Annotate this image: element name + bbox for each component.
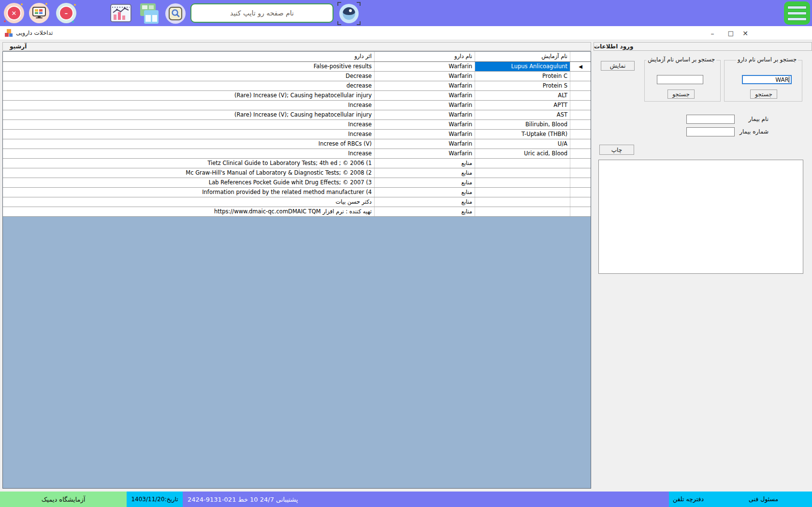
drug-name-cell[interactable]: منابع	[374, 197, 475, 207]
test-name-cell[interactable]: U/A	[475, 139, 570, 149]
table-row[interactable]: ASTWarfarin(Rare) Increase (V); Causing …	[3, 110, 591, 120]
row-header-cell[interactable]	[570, 188, 591, 197]
table-row[interactable]: ◀Lupus AnlicoaguluntWarfarinFalse-positi…	[3, 62, 591, 72]
drug-name-cell[interactable]: Warfarin	[374, 72, 475, 81]
drug-effect-cell[interactable]: Mc Graw-Hill's Manual of Laboratory & Di…	[3, 168, 374, 178]
drug-name-cell[interactable]: Warfarin	[374, 130, 475, 139]
hamburger-menu-button[interactable]	[784, 1, 810, 25]
results-box[interactable]	[598, 160, 803, 274]
drug-name-cell[interactable]: Warfarin	[374, 101, 475, 110]
table-row[interactable]: منابعTietz Clinical Guide to Laboratory …	[3, 159, 591, 168]
minimize-button[interactable]: –	[705, 26, 720, 40]
row-header-cell[interactable]	[570, 120, 591, 129]
drug-name-cell[interactable]: منابع	[374, 207, 475, 216]
row-header-cell[interactable]	[570, 159, 591, 168]
test-name-cell[interactable]: Protein S	[475, 81, 570, 90]
row-header-cell[interactable]	[570, 91, 591, 100]
drug-effect-cell[interactable]: Increse of RBCs (V)	[3, 139, 374, 149]
print-button[interactable]: چاپ	[599, 145, 634, 155]
table-row[interactable]: منابعتهیه کننده : نرم افزار DMAIC TQMhtt…	[3, 207, 591, 217]
row-header-cell[interactable]	[570, 72, 591, 81]
test-name-cell[interactable]: Uric acid, Blood	[475, 149, 570, 158]
windows-layout-icon[interactable]	[137, 2, 161, 26]
drug-name-cell[interactable]: منابع	[374, 159, 475, 168]
column-header-test[interactable]: نام آزمایش	[475, 52, 570, 61]
drug-effect-cell[interactable]: decrease	[3, 81, 374, 90]
patient-name-input[interactable]	[686, 115, 735, 124]
drug-name-cell[interactable]: Warfarin	[374, 91, 475, 100]
drug-search-input[interactable]: WAR	[742, 75, 792, 84]
drug-name-cell[interactable]: Warfarin	[374, 149, 475, 158]
phonebook-link[interactable]: دفترچه تلفن	[673, 495, 704, 503]
test-name-cell[interactable]	[475, 178, 570, 187]
drug-effect-cell[interactable]: تهیه کننده : نرم افزار DMAIC TQMhttps://…	[3, 207, 374, 216]
drug-effect-cell[interactable]: Increase	[3, 149, 374, 158]
row-header-cell[interactable]	[570, 149, 591, 158]
table-row[interactable]: APTTWarfarinIncrease	[3, 101, 591, 110]
test-name-cell[interactable]	[475, 188, 570, 197]
test-search-button[interactable]: جستجو	[667, 89, 695, 99]
table-row[interactable]: منابعMc Graw-Hill's Manual of Laboratory…	[3, 168, 591, 178]
drug-name-cell[interactable]: منابع	[374, 188, 475, 197]
row-header-cell[interactable]	[570, 52, 591, 61]
test-name-cell[interactable]: Bilirubin, Blood	[475, 120, 570, 129]
drug-name-cell[interactable]: Warfarin	[374, 120, 475, 129]
drug-effect-cell[interactable]: Lab References Pocket Guide whit Drug Ef…	[3, 178, 374, 187]
row-header-cell[interactable]	[570, 101, 591, 110]
drug-search-button[interactable]: جستجو	[750, 89, 777, 99]
table-row[interactable]: T-Uptake (THBR)WarfarinIncrease	[3, 130, 591, 139]
row-header-cell[interactable]	[570, 197, 591, 207]
test-name-cell[interactable]: Lupus Anlicoagulunt	[475, 62, 570, 71]
page-name-input[interactable]: نام صفحه رو تایپ کنید	[190, 3, 334, 23]
drug-effect-cell[interactable]: دکتر حسن بیات	[3, 197, 374, 207]
column-header-effect[interactable]: اثر دارو	[3, 52, 374, 61]
monitor-icon[interactable]	[29, 3, 49, 23]
drug-effect-cell[interactable]: False-positive results	[3, 62, 374, 71]
drug-name-cell[interactable]: منابع	[374, 168, 475, 178]
row-header-cell[interactable]	[570, 130, 591, 139]
drug-name-cell[interactable]: Warfarin	[374, 110, 475, 119]
row-header-cell[interactable]	[570, 81, 591, 90]
eye-icon[interactable]	[339, 4, 359, 23]
drug-name-cell[interactable]: Warfarin	[374, 62, 475, 71]
minimize-circle-icon[interactable]: –	[56, 3, 76, 23]
column-header-drug[interactable]: نام دارو	[374, 52, 475, 61]
test-name-cell[interactable]: ALT	[475, 91, 570, 100]
test-name-cell[interactable]	[475, 207, 570, 216]
row-header-cell[interactable]	[570, 110, 591, 119]
table-row[interactable]: ALTWarfarin(Rare) Increase (V); Causing …	[3, 91, 591, 101]
drug-name-cell[interactable]: منابع	[374, 178, 475, 187]
test-name-cell[interactable]	[475, 168, 570, 178]
drug-effect-cell[interactable]: Increase	[3, 130, 374, 139]
test-name-cell[interactable]: APTT	[475, 101, 570, 110]
drug-name-cell[interactable]: Warfarin	[374, 139, 475, 149]
drug-effect-cell[interactable]: Decrease	[3, 72, 374, 81]
row-header-cell[interactable]	[570, 178, 591, 187]
close-circle-icon[interactable]: ✕	[4, 3, 24, 23]
chart-icon[interactable]	[110, 4, 131, 24]
drug-effect-cell[interactable]: (Rare) Increase (V); Causing hepatocellu…	[3, 110, 374, 119]
magnifier-icon[interactable]	[165, 3, 186, 24]
drug-effect-cell[interactable]: Increase	[3, 120, 374, 129]
row-header-cell[interactable]	[570, 139, 591, 149]
close-button[interactable]: ✕	[738, 26, 753, 40]
table-row[interactable]: منابعLab References Pocket Guide whit Dr…	[3, 178, 591, 188]
test-name-cell[interactable]	[475, 159, 570, 168]
row-header-cell[interactable]: ◀	[570, 62, 591, 71]
row-header-cell[interactable]	[570, 168, 591, 178]
show-button[interactable]: نمایش	[601, 61, 635, 71]
drug-effect-cell[interactable]: Tietz Clinical Guide to Laboratory Tests…	[3, 159, 374, 168]
table-row[interactable]: Protein CWarfarinDecrease	[3, 72, 591, 81]
test-search-input[interactable]	[657, 75, 703, 84]
test-name-cell[interactable]: AST	[475, 110, 570, 119]
table-row[interactable]: Uric acid, BloodWarfarinIncrease	[3, 149, 591, 159]
table-row[interactable]: U/AWarfarinIncrese of RBCs (V)	[3, 139, 591, 149]
drug-effect-cell[interactable]: Increase	[3, 101, 374, 110]
test-name-cell[interactable]: Protein C	[475, 72, 570, 81]
table-row[interactable]: منابعدکتر حسن بیات	[3, 197, 591, 207]
patient-number-input[interactable]	[686, 127, 735, 136]
maximize-button[interactable]: □	[723, 26, 739, 40]
row-header-cell[interactable]	[570, 207, 591, 216]
table-row[interactable]: Protein SWarfarindecrease	[3, 81, 591, 91]
table-row[interactable]: منابعInformation provided by the related…	[3, 188, 591, 197]
